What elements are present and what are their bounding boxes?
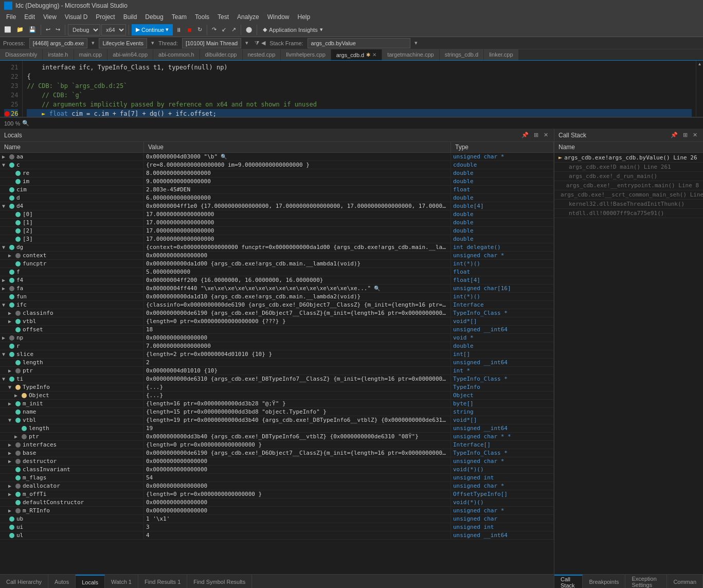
locals-row[interactable]: ▼ vtbl {length=19 ptr=0x0000000000dd3b40…: [0, 416, 554, 424]
callstack-row[interactable]: args_cdb.exe!_d_run_main(): [554, 172, 703, 181]
locals-row[interactable]: r 7.00000000000000000 double: [0, 342, 554, 350]
tab-irstate[interactable]: irstate.h: [43, 49, 74, 60]
expand-btn[interactable]: ▼: [2, 376, 7, 382]
locals-row[interactable]: [0] 17.00000000000000000 double: [0, 210, 554, 219]
expand-btn[interactable]: ▶: [8, 450, 13, 456]
locals-row[interactable]: m_flags 54 unsigned int: [0, 474, 554, 482]
locals-row[interactable]: ▶ ptr 0x00000004d01010 {10} int *: [0, 367, 554, 375]
menu-window[interactable]: Window: [263, 11, 294, 23]
expand-btn[interactable]: ▶: [8, 401, 13, 406]
tab-abi-win64[interactable]: abi-win64.cpp: [107, 49, 153, 60]
menu-help[interactable]: Help: [293, 11, 314, 23]
menu-build[interactable]: Build: [119, 11, 141, 23]
expand-btn[interactable]: ▶: [8, 442, 13, 448]
bottom-tab-find-results[interactable]: Find Results 1: [138, 575, 187, 588]
locals-row[interactable]: ▶ m_offTi {length=0 ptr=0x00000000000000…: [0, 490, 554, 498]
locals-row[interactable]: d 6.00000000000000000 double: [0, 194, 554, 202]
menu-test[interactable]: Test: [213, 11, 233, 23]
restart-btn[interactable]: ↻: [195, 25, 204, 34]
callstack-pin-btn[interactable]: 📌: [669, 131, 679, 139]
locals-row[interactable]: ▶ deallocator 0x0000000000000000 unsigne…: [0, 482, 554, 490]
bottom-tab-breakpoints[interactable]: Breakpoints: [583, 575, 625, 588]
expand-btn[interactable]: ▼: [8, 384, 13, 390]
callstack-row[interactable]: ►args_cdb.exe!args_cdb.byValue() Line 26: [554, 153, 703, 163]
callstack-close-btn[interactable]: ✕: [691, 131, 699, 139]
stack-frame-value[interactable]: args_cdb.byValue: [308, 38, 410, 48]
locals-row[interactable]: cim 2.803e-45#DEN float: [0, 186, 554, 194]
toolbar-redo[interactable]: ↪: [53, 25, 62, 34]
locals-row[interactable]: offset 18 unsigned __int64: [0, 326, 554, 334]
locals-row[interactable]: ▶ base 0x0000000000de6190 {args_cdb.exe!…: [0, 449, 554, 457]
bottom-tab-locals[interactable]: Locals: [76, 575, 105, 588]
locals-row[interactable]: ▼ TypeInfo {...} TypeInfo: [0, 383, 554, 391]
menu-team[interactable]: Team: [168, 11, 191, 23]
continue-button[interactable]: ▶ Continue ▾: [132, 24, 173, 35]
expand-btn[interactable]: ▶: [14, 393, 20, 398]
locals-row[interactable]: funcptr 0x0000000000da1d00 {args_cdb.exe…: [0, 260, 554, 268]
expand-btn[interactable]: ▶: [8, 310, 13, 316]
locals-row[interactable]: ▶ aa 0x00000004d03000 "\b" 🔍 unsigned ch…: [0, 153, 554, 161]
tab-targetmachine[interactable]: targetmachine.cpp: [382, 49, 440, 60]
stack-frame-dropdown-icon[interactable]: ▾: [414, 40, 418, 46]
tab-dibuilder[interactable]: dibuilder.cpp: [200, 49, 243, 60]
menu-visuald[interactable]: Visual D: [61, 11, 92, 23]
callstack-row[interactable]: args_cdb.exe!D main() Line 261: [554, 163, 703, 172]
locals-row[interactable]: f 5.00000000000 float: [0, 268, 554, 276]
locals-row[interactable]: ub 1 '\x1' unsigned char: [0, 515, 554, 523]
locals-row[interactable]: ▶ fa 0x00000004ff440 "\xe\xe\xe\xe\xe\xe…: [0, 284, 554, 293]
platform-dropdown[interactable]: x64: [101, 24, 126, 35]
zoom-icon[interactable]: 🔍: [22, 120, 29, 127]
app-insights-button[interactable]: ◆ Application Insights ▾: [260, 25, 326, 34]
toolbar-new[interactable]: ⬜: [2, 25, 13, 34]
locals-row[interactable]: ul 4 unsigned __int64: [0, 531, 554, 540]
lifecycle-dropdown-icon[interactable]: ▾: [151, 40, 154, 46]
locals-row[interactable]: ▶ classinfo 0x0000000000de6190 {args_cdb…: [0, 309, 554, 317]
locals-row[interactable]: ui 3 unsigned int: [0, 523, 554, 531]
expand-btn[interactable]: ▼: [2, 302, 7, 308]
callstack-row[interactable]: kernel32.dll!BaseThreadInitThunk(): [554, 200, 703, 209]
menu-edit[interactable]: Edit: [20, 11, 39, 23]
callstack-row[interactable]: args_cdb.exe!__scrt_common_main_seh() Li…: [554, 190, 703, 200]
step-out-btn[interactable]: ↗: [229, 25, 238, 34]
locals-row[interactable]: ▼ c {re=8.00000000000000000 im=9.0000000…: [0, 161, 554, 169]
locals-row[interactable]: length 19 unsigned __int64: [0, 424, 554, 433]
locals-row[interactable]: ▶ context 0x0000000000000000 unsigned ch…: [0, 252, 554, 260]
locals-row[interactable]: ▼ ifc {classinfo=0x0000000000de6190 {arg…: [0, 301, 554, 309]
locals-row[interactable]: ▶ np 0x0000000000000000 void *: [0, 334, 554, 342]
locals-row[interactable]: ▶ Object {...} Object: [0, 391, 554, 400]
thread-value[interactable]: [10100] Main Thread: [182, 38, 241, 48]
locals-row[interactable]: ▼ slice {length=2 ptr=0x00000004d01010 {…: [0, 350, 554, 359]
locals-row[interactable]: ▶ m_RTInfo 0x0000000000000000 unsigned c…: [0, 507, 554, 515]
locals-row[interactable]: ▶ ptr 0x0000000000dd3b40 {args_cdb.exe!_…: [0, 433, 554, 441]
scroll-up-btn[interactable]: ▲: [698, 62, 702, 66]
bottom-tab-autos[interactable]: Autos: [48, 575, 76, 588]
step-over-btn[interactable]: ↷: [210, 25, 219, 34]
locals-row[interactable]: ▼ d4 0x00000004ff1e0 {17.000000000000000…: [0, 202, 554, 210]
locals-row[interactable]: ▶ f4 0x00000004ff200 {16.0000000, 16.000…: [0, 276, 554, 284]
tab-strings-cdb[interactable]: strings_cdb.d: [440, 49, 484, 60]
expand-btn[interactable]: ▶: [2, 335, 7, 341]
locals-row[interactable]: re 8.00000000000000000 double: [0, 169, 554, 177]
locals-row[interactable]: [2] 17.00000000000000000 double: [0, 227, 554, 235]
lifecycle-events[interactable]: Lifecycle Events: [99, 38, 147, 48]
tab-llvmhelpers[interactable]: llvmhelpers.cpp: [281, 49, 331, 60]
expand-btn[interactable]: ▶: [2, 277, 7, 283]
toolbar-save[interactable]: 💾: [27, 25, 38, 34]
prev-frame-btn[interactable]: ◀: [261, 40, 265, 46]
expand-btn[interactable]: ▶: [8, 491, 13, 497]
expand-btn[interactable]: ▶: [8, 483, 13, 489]
process-value[interactable]: [4468] args_cdb.exe: [29, 38, 88, 48]
menu-view[interactable]: View: [39, 11, 61, 23]
expand-btn[interactable]: ▼: [2, 244, 7, 250]
tab-args-cdb-d[interactable]: args_cdb.d ✱ ✕: [331, 49, 382, 60]
menu-debug[interactable]: Debug: [141, 11, 167, 23]
breakpoint-btn[interactable]: ⬤: [244, 25, 254, 34]
bottom-tab-call-hierarchy[interactable]: Call Hierarchy: [0, 575, 48, 588]
locals-close-btn[interactable]: ✕: [542, 131, 550, 139]
locals-row[interactable]: classInvariant 0x0000000000000000 void(*…: [0, 466, 554, 474]
value-search-icon[interactable]: 🔍: [374, 286, 380, 291]
bottom-tab-find-symbol[interactable]: Find Symbol Results: [187, 575, 252, 588]
zoom-level[interactable]: 100 %: [4, 120, 20, 127]
bottom-tab-watch1[interactable]: Watch 1: [105, 575, 138, 588]
expand-btn[interactable]: ▼: [2, 351, 7, 357]
